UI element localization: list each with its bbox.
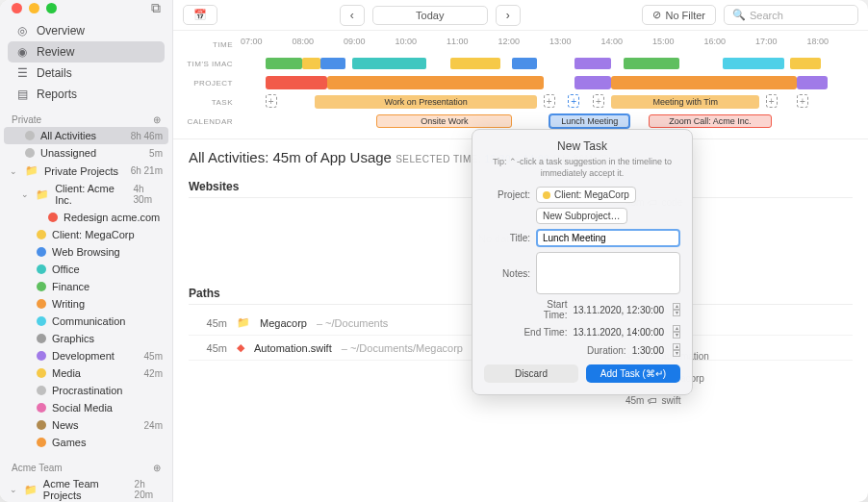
sidebar-item-graphics[interactable]: Graphics xyxy=(4,330,168,347)
title-label: Title: xyxy=(484,233,530,243)
sidebar-item-finance[interactable]: Finance xyxy=(4,278,168,295)
cal-bar-zoom[interactable]: Zoom Call: Acme Inc. xyxy=(649,114,772,128)
nav-overview[interactable]: ◎Overview xyxy=(8,20,165,41)
nav-review[interactable]: ◉Review xyxy=(8,41,165,63)
sidebar-toggle-icon[interactable]: ⧉ xyxy=(151,0,161,16)
details-icon: ☰ xyxy=(15,66,29,80)
tree-label: Social Media xyxy=(52,402,113,414)
filter-icon: ⊘ xyxy=(652,9,661,21)
timeline-task-row[interactable]: + Work on Presentation + + + Meeting wit… xyxy=(241,94,858,110)
popover-tip: Tip: ⌃-click a task suggestion in the ti… xyxy=(484,157,680,179)
task-bar-label: Meeting with Tim xyxy=(652,97,718,107)
task-add-handle[interactable]: + xyxy=(568,94,579,108)
next-day-button[interactable]: › xyxy=(496,5,521,26)
tl-row-label-device: TIM'S IMAC xyxy=(183,60,241,68)
timeline-device-row[interactable] xyxy=(241,56,858,71)
tree-label: Graphics xyxy=(52,333,94,344)
task-add-handle[interactable]: + xyxy=(766,94,778,108)
prev-day-button[interactable]: ‹ xyxy=(340,5,365,26)
cal-bar-lunch[interactable]: Lunch Meeting xyxy=(549,114,629,128)
sidebar-item-writing[interactable]: Writing xyxy=(4,295,168,313)
project-selector[interactable]: Client: MegaCorp xyxy=(536,187,636,203)
sidebar-item-client-acme[interactable]: ⌄📁Client: Acme Inc.4h 30m xyxy=(4,180,168,209)
nav: ◎Overview ◉Review ☰Details ▤Reports xyxy=(0,16,172,109)
start-time-stepper[interactable]: ▴▾ xyxy=(673,303,680,316)
timeline-project-row[interactable] xyxy=(241,75,858,90)
sidebar-item-games[interactable]: Games xyxy=(4,434,168,451)
section-acme-label: Acme Team xyxy=(12,463,63,473)
cal-bar-onsite[interactable]: Onsite Work xyxy=(376,114,512,128)
cal-bar-label: Zoom Call: Acme Inc. xyxy=(669,116,752,126)
tl-row-label-task: TASK xyxy=(183,98,241,107)
start-time-value[interactable]: 13.11.2020, 12:30:00 xyxy=(573,305,664,315)
timeline-hour: 07:00 xyxy=(241,37,293,52)
task-add-handle[interactable]: + xyxy=(266,94,277,108)
tree-label: Games xyxy=(52,437,86,448)
sidebar-item-office[interactable]: Office xyxy=(4,261,168,278)
calendar-picker-button[interactable]: 📅 xyxy=(183,5,217,25)
timeline-hour: 15:00 xyxy=(652,37,704,52)
duration-stepper[interactable]: ▴▾ xyxy=(673,343,680,357)
sidebar-item-communication[interactable]: Communication xyxy=(4,313,168,330)
timeline-hour: 12:00 xyxy=(498,37,550,52)
sidebar-item-private-projects[interactable]: ⌄📁Private Projects6h 21m xyxy=(4,162,168,180)
sidebar-item-client-megacorp[interactable]: Client: MegaCorp xyxy=(4,226,168,243)
tree-label: News xyxy=(52,419,79,431)
sidebar-item-social-media[interactable]: Social Media xyxy=(4,399,168,416)
notes-input[interactable] xyxy=(536,252,680,294)
chevron-down-icon[interactable]: ⌄ xyxy=(21,189,30,199)
path-name: Megacorp xyxy=(260,317,307,329)
add-task-button[interactable]: Add Task (⌘↵) xyxy=(586,364,680,383)
task-add-handle[interactable]: + xyxy=(593,94,604,108)
selected-time-label: SELECTED TIME: xyxy=(396,154,481,164)
close-icon[interactable] xyxy=(12,3,22,13)
nav-reports[interactable]: ▤Reports xyxy=(8,84,165,105)
sidebar-item-web-browsing[interactable]: Web Browsing xyxy=(4,243,168,261)
sidebar-item-redesign[interactable]: Redesign acme.com xyxy=(4,209,168,226)
reports-icon: ▤ xyxy=(15,88,29,101)
filter-button[interactable]: ⊘No Filter xyxy=(642,5,716,25)
minimize-icon[interactable] xyxy=(29,3,39,13)
sidebar-item-unassigned[interactable]: Unassigned5m xyxy=(4,144,168,162)
task-title-input[interactable] xyxy=(536,229,680,247)
task-bar-work[interactable]: Work on Presentation xyxy=(315,95,537,109)
app-window: ⧉ ◎Overview ◉Review ☰Details ▤Reports Pr… xyxy=(0,0,868,502)
sidebar-item-all-activities[interactable]: All Activities8h 46m xyxy=(4,127,168,144)
task-add-handle[interactable]: + xyxy=(544,94,555,108)
timeline-calendar-row[interactable]: Onsite Work Lunch Meeting Zoom Call: Acm… xyxy=(241,113,858,129)
chevron-down-icon[interactable]: ⌄ xyxy=(10,485,18,494)
sidebar-item-news[interactable]: News24m xyxy=(4,416,168,434)
tree-label: Writing xyxy=(52,298,85,310)
add-icon[interactable]: ⊕ xyxy=(153,114,161,125)
duration-label: Duration: xyxy=(580,345,626,356)
task-bar-meeting[interactable]: Meeting with Tim xyxy=(611,95,759,109)
tree-label: Acme Team Projects xyxy=(43,478,129,501)
cal-bar-label: Lunch Meeting xyxy=(561,116,618,126)
discard-button[interactable]: Discard xyxy=(484,364,578,383)
end-time-value[interactable]: 13.11.2020, 14:00:00 xyxy=(573,327,664,338)
sidebar-item-development[interactable]: Development45m xyxy=(4,347,168,364)
sidebar-item-acme-team-projects[interactable]: ⌄📁Acme Team Projects2h 20m xyxy=(4,475,168,502)
nav-details[interactable]: ☰Details xyxy=(8,63,165,84)
zoom-icon[interactable] xyxy=(46,3,57,13)
tl-row-label-calendar: CALENDAR xyxy=(183,117,241,126)
section-acme-team: Acme Team⊕ xyxy=(0,457,172,475)
end-time-stepper[interactable]: ▴▾ xyxy=(673,325,680,339)
tree-label: Media xyxy=(52,367,81,379)
new-subproject-button[interactable]: New Subproject… xyxy=(536,208,627,224)
date-label[interactable]: Today xyxy=(372,6,488,25)
chevron-down-icon[interactable]: ⌄ xyxy=(10,166,19,176)
tl-row-label-project: PROJECT xyxy=(183,79,241,88)
timeline-hour: 09:00 xyxy=(344,37,396,52)
badge: 8h 46m xyxy=(131,131,163,141)
tree-label: Client: Acme Inc. xyxy=(55,183,127,206)
nav-review-label: Review xyxy=(37,45,74,59)
badge: 4h 30m xyxy=(134,184,163,205)
badge: 5m xyxy=(149,148,163,159)
add-icon[interactable]: ⊕ xyxy=(153,463,161,473)
duration-value[interactable]: 1:30:00 xyxy=(632,345,664,356)
sidebar-item-procrastination[interactable]: Procrastination xyxy=(4,382,168,399)
search-input[interactable]: 🔍Search xyxy=(724,5,858,25)
task-add-handle[interactable]: + xyxy=(797,94,808,108)
sidebar-item-media[interactable]: Media42m xyxy=(4,364,168,382)
